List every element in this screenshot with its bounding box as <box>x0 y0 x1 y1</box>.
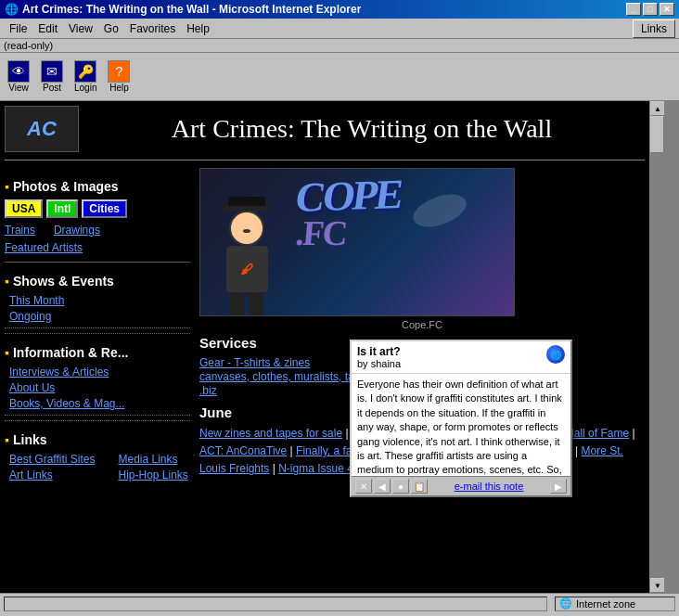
page-body: AC Art Crimes: The Writing on the Wall P… <box>0 101 649 593</box>
graffiti-image: 🖌 COPE .FC <box>199 168 515 316</box>
shows-heading: Shows & Events <box>5 274 190 289</box>
popup-footer-icons: ✕ ◀ ● 📋 <box>355 479 428 494</box>
links-columns: Best Graffiti Sites Art Links Media Link… <box>5 453 190 481</box>
links-col2: Media Links Hip-Hop Links <box>118 453 187 481</box>
popup-copy-btn[interactable]: 📋 <box>411 479 428 494</box>
links-button[interactable]: Links <box>633 19 675 38</box>
hiphop-links-link[interactable]: Hip-Hop Links <box>118 468 187 481</box>
view-button[interactable]: 👁 View <box>4 58 33 95</box>
new-zines-link[interactable]: New zines and tapes for sale <box>199 427 342 440</box>
tag-buttons: USA Intl Cities <box>5 199 190 218</box>
media-links-link[interactable]: Media Links <box>118 453 187 466</box>
drawings-link[interactable]: Drawings <box>54 224 100 237</box>
graffiti-text-area: COPE .FC <box>296 173 509 303</box>
popup-dot-btn[interactable]: ● <box>392 479 409 494</box>
photos-section: Photos & Images USA Intl Cities Trains D… <box>5 179 190 254</box>
status-main <box>4 597 547 611</box>
menu-favorites[interactable]: Favorites <box>124 20 181 37</box>
biz-link[interactable]: .biz <box>199 384 217 397</box>
toolbar: 👁 View ✉ Post 🔑 Login ? Help <box>0 53 679 101</box>
popup-next-btn[interactable]: ▶ <box>550 479 567 494</box>
menu-help[interactable]: Help <box>181 20 215 37</box>
popup-globe-icon: 🌐 <box>546 345 565 364</box>
nigma-link[interactable]: N-igma Issue 4 <box>278 462 353 475</box>
post-button[interactable]: ✉ Post <box>37 58 67 95</box>
popup-by: by shaina <box>357 358 401 369</box>
this-month-link[interactable]: This Month <box>9 294 190 307</box>
popup-note: Is it art? by shaina 🌐 Everyone has thei… <box>350 340 572 497</box>
post-icon: ✉ <box>41 60 63 83</box>
art-links-link[interactable]: Art Links <box>9 468 95 481</box>
photos-heading: Photos & Images <box>5 179 190 194</box>
window-title-bar: 🌐 Art Crimes: The Writing on the Wall - … <box>0 0 679 19</box>
menu-bar: File Edit View Go Favorites Help Links <box>0 19 679 39</box>
scroll-down-button[interactable]: ▼ <box>650 578 664 593</box>
nav-link-row: Trains Drawings <box>5 224 190 237</box>
zone-text: Internet zone <box>576 598 635 610</box>
popup-header: Is it art? by shaina 🌐 <box>352 341 570 374</box>
popup-title: Is it art? <box>357 345 401 358</box>
maximize-button[interactable]: □ <box>643 3 658 16</box>
graffiti-figure: 🖌 <box>205 195 288 315</box>
usa-tag[interactable]: USA <box>5 199 43 218</box>
site-title: Art Crimes: The Writing on the Wall <box>79 114 645 144</box>
window-title: Art Crimes: The Writing on the Wall - Mi… <box>22 3 361 16</box>
links-heading: Links <box>5 432 190 447</box>
about-us-link[interactable]: About Us <box>9 381 190 394</box>
ongoing-link[interactable]: Ongoing <box>9 310 190 323</box>
close-button[interactable]: ✕ <box>660 3 674 16</box>
readonly-bar: (read-only) <box>0 39 679 53</box>
menu-go[interactable]: Go <box>98 20 124 37</box>
main-layout: Photos & Images USA Intl Cities Trains D… <box>5 168 645 481</box>
browser-icon: 🌐 <box>5 3 19 16</box>
gear-link[interactable]: Gear - T-shirts & zines <box>199 356 310 369</box>
login-button[interactable]: 🔑 Login <box>70 58 100 95</box>
help-button[interactable]: ? Help <box>104 58 134 95</box>
readonly-label: (read-only) <box>4 40 53 51</box>
scroll-thumb[interactable] <box>650 116 664 153</box>
window-title-left: 🌐 Art Crimes: The Writing on the Wall - … <box>5 3 361 16</box>
scroll-up-button[interactable]: ▲ <box>650 101 664 116</box>
view-icon: 👁 <box>7 60 30 83</box>
popup-footer: ✕ ◀ ● 📋 e-mail this note ▶ <box>352 476 570 495</box>
menu-file[interactable]: File <box>4 20 32 37</box>
popup-text: Everyone has their own definition of wha… <box>357 379 562 476</box>
status-zone: 🌐 Internet zone <box>555 597 675 611</box>
menu-view[interactable]: View <box>63 20 98 37</box>
popup-close-btn[interactable]: ✕ <box>355 479 372 494</box>
scrollbar[interactable]: ▲ ▼ <box>649 101 664 593</box>
popup-body[interactable]: Everyone has their own definition of wha… <box>352 374 570 476</box>
menu-edit[interactable]: Edit <box>32 20 63 37</box>
cities-tag[interactable]: Cities <box>82 199 127 218</box>
act-link[interactable]: ACT: AnConaTive <box>199 444 287 457</box>
interviews-link[interactable]: Interviews & Articles <box>9 366 190 379</box>
popup-email-link[interactable]: e-mail this note <box>455 481 524 492</box>
links-section: Links Best Graffiti Sites Art Links Medi… <box>5 432 190 481</box>
shows-section: Shows & Events This Month Ongoing <box>5 274 190 323</box>
browser-window: AC Art Crimes: The Writing on the Wall P… <box>0 101 679 593</box>
browser-content[interactable]: AC Art Crimes: The Writing on the Wall P… <box>0 101 664 593</box>
site-logo: AC <box>5 106 79 152</box>
left-column: Photos & Images USA Intl Cities Trains D… <box>5 168 190 481</box>
shows-links: This Month Ongoing <box>9 294 190 323</box>
minimize-button[interactable]: _ <box>626 3 641 16</box>
site-header: AC Art Crimes: The Writing on the Wall <box>5 106 645 160</box>
books-link[interactable]: Books, Videos & Mag... <box>9 397 190 410</box>
info-section: Information & Re... Interviews & Article… <box>5 345 190 410</box>
info-heading: Information & Re... <box>5 345 190 360</box>
info-links: Interviews & Articles About Us Books, Vi… <box>9 366 190 410</box>
right-column: 🖌 COPE .FC <box>199 168 645 481</box>
help-icon: ? <box>108 60 130 83</box>
cope-label: Cope.FC <box>199 319 645 330</box>
best-graffiti-link[interactable]: Best Graffiti Sites <box>9 453 95 466</box>
popup-back-btn[interactable]: ◀ <box>374 479 391 494</box>
status-bar: 🌐 Internet zone <box>0 593 679 613</box>
trains-link[interactable]: Trains <box>5 224 35 237</box>
featured-artists-link[interactable]: Featured Artists <box>5 241 83 254</box>
intl-tag[interactable]: Intl <box>46 199 78 218</box>
scroll-track[interactable] <box>650 116 664 578</box>
zone-icon: 🌐 <box>559 597 572 610</box>
links-col1: Best Graffiti Sites Art Links <box>9 453 95 481</box>
login-icon: 🔑 <box>74 60 96 83</box>
window-controls[interactable]: _ □ ✕ <box>626 3 674 16</box>
